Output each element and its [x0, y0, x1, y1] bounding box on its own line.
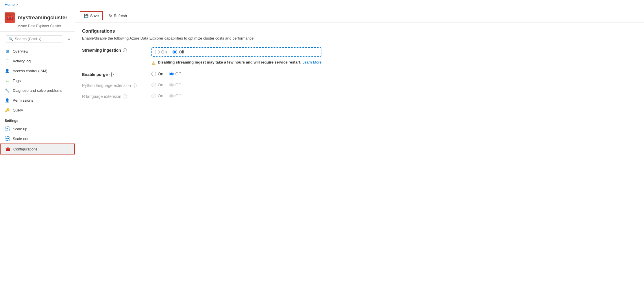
search-box[interactable]: 🔍 [6, 35, 62, 42]
permissions-icon: 👤 [5, 98, 10, 103]
configurations-icon: 🧰 [5, 146, 10, 152]
r-language-row: R language extension i On Off [82, 94, 637, 99]
query-icon: 🔑 [5, 107, 10, 113]
r-language-info-icon[interactable]: i [123, 94, 127, 98]
python-language-controls: On Off [151, 83, 181, 87]
sidebar: 🧰 mystreamingcluster Azure Data Explorer… [0, 9, 75, 280]
refresh-button[interactable]: ↻ Refresh [105, 12, 131, 20]
r-language-off-option: Off [169, 94, 181, 98]
content-area: Configurations Enable/disable the follow… [75, 23, 644, 110]
search-row: 🔍 « [0, 32, 75, 46]
search-input[interactable] [15, 37, 60, 41]
sidebar-label-activity-log: Activity log [13, 59, 31, 63]
enable-purge-on-option[interactable]: On [151, 72, 163, 76]
learn-more-link[interactable]: Learn More [302, 60, 321, 64]
sidebar-header: 🧰 mystreamingcluster Azure Data Explorer… [0, 9, 75, 32]
settings-section-label: Settings [0, 115, 75, 124]
iam-icon: 👤 [5, 68, 10, 73]
enable-purge-row: Enable purge i On Off [82, 72, 637, 77]
sidebar-item-query[interactable]: 🔑 Query [0, 105, 75, 115]
breadcrumb-separator: > [16, 2, 18, 7]
sidebar-item-activity-log[interactable]: ☰ Activity log [0, 56, 75, 66]
tags-icon: 🏷 [5, 78, 10, 83]
sidebar-label-permissions: Permissions [13, 98, 33, 103]
python-language-info-icon[interactable]: i [133, 83, 137, 87]
python-language-off-radio [169, 83, 174, 87]
python-language-on-label: On [158, 83, 163, 87]
python-language-on-radio [151, 83, 156, 87]
r-language-off-radio [169, 94, 174, 98]
section-title: Configurations [82, 29, 637, 34]
enable-purge-on-radio[interactable] [151, 72, 156, 76]
streaming-ingestion-off-label: Off [179, 50, 184, 54]
r-language-radio-group: On Off [151, 94, 181, 98]
streaming-ingestion-label: Streaming ingestion i [82, 47, 151, 53]
sidebar-label-access-control: Access control (IAM) [13, 69, 47, 73]
enable-purge-on-label: On [158, 72, 163, 76]
save-label: Save [90, 14, 99, 18]
cluster-icon: 🧰 [5, 12, 15, 23]
streaming-ingestion-info-icon[interactable]: i [123, 48, 127, 52]
save-icon: 💾 [84, 14, 88, 18]
scale-up-icon [5, 126, 10, 131]
refresh-icon: ↻ [109, 14, 112, 18]
streaming-ingestion-on-radio[interactable] [155, 50, 160, 54]
enable-purge-radio-group: On Off [151, 72, 181, 76]
python-language-off-label: Off [175, 83, 181, 87]
r-language-label: R language extension i [82, 94, 151, 99]
python-language-on-option: On [151, 83, 163, 87]
save-button[interactable]: 💾 Save [80, 11, 103, 20]
sidebar-item-tags[interactable]: 🏷 Tags [0, 76, 75, 85]
streaming-ingestion-on-option[interactable]: On [155, 50, 167, 54]
sidebar-item-diagnose[interactable]: 🔧 Diagnose and solve problems [0, 85, 75, 95]
main-content: 💾 Save ↻ Refresh Configurations Enable/d… [75, 9, 644, 280]
python-language-radio-group: On Off [151, 83, 181, 87]
sidebar-item-scale-out[interactable]: Scale out [0, 134, 75, 144]
activity-log-icon: ☰ [5, 58, 10, 64]
sidebar-label-overview: Overview [13, 49, 28, 53]
r-language-controls: On Off [151, 94, 181, 98]
sidebar-label-tags: Tags [13, 79, 21, 83]
sidebar-item-overview[interactable]: ⊞ Overview [0, 46, 75, 56]
refresh-label: Refresh [114, 14, 127, 18]
enable-purge-off-radio[interactable] [169, 72, 174, 76]
search-icon: 🔍 [8, 37, 13, 41]
enable-purge-info-icon[interactable]: i [110, 72, 114, 77]
collapse-button[interactable]: « [66, 36, 73, 42]
sidebar-label-diagnose: Diagnose and solve problems [13, 88, 62, 93]
sidebar-label-scale-up: Scale up [13, 127, 27, 131]
sidebar-label-configurations: Configurations [13, 147, 38, 151]
enable-purge-off-label: Off [175, 72, 181, 76]
streaming-ingestion-off-radio[interactable] [173, 50, 177, 54]
streaming-ingestion-radio-group: On Off [151, 47, 321, 57]
breadcrumb: Home > [0, 0, 644, 9]
sidebar-item-access-control[interactable]: 👤 Access control (IAM) [0, 66, 75, 76]
enable-purge-label: Enable purge i [82, 72, 151, 77]
overview-icon: ⊞ [5, 49, 10, 54]
breadcrumb-home[interactable]: Home [5, 2, 15, 7]
svg-rect-0 [5, 127, 9, 131]
r-language-on-label: On [158, 94, 163, 98]
python-language-row: Python language extension i On Off [82, 83, 637, 88]
warning-text: Disabling streaming ingest may take a fe… [158, 60, 321, 64]
diagnose-icon: 🔧 [5, 88, 10, 93]
sidebar-item-permissions[interactable]: 👤 Permissions [0, 95, 75, 105]
enable-purge-off-option[interactable]: Off [169, 72, 181, 76]
streaming-ingestion-row: Streaming ingestion i On Off [82, 47, 637, 66]
sidebar-label-scale-out: Scale out [13, 137, 28, 141]
sidebar-label-query: Query [13, 108, 23, 112]
r-language-on-option: On [151, 94, 163, 98]
streaming-ingestion-controls: On Off ⚠ Disabling streaming ingest may … [151, 47, 321, 66]
python-language-off-option: Off [169, 83, 181, 87]
python-language-label: Python language extension i [82, 83, 151, 88]
cluster-subtitle: Azure Data Explorer Cluster [18, 24, 70, 28]
sidebar-item-configurations[interactable]: 🧰 Configurations [0, 144, 75, 154]
streaming-ingestion-off-option[interactable]: Off [173, 50, 184, 54]
streaming-ingestion-warning: ⚠ Disabling streaming ingest may take a … [151, 60, 321, 66]
streaming-ingestion-on-label: On [161, 50, 167, 54]
enable-purge-controls: On Off [151, 72, 181, 76]
toolbar: 💾 Save ↻ Refresh [75, 9, 644, 23]
scale-out-icon [5, 136, 10, 141]
section-desc: Enable/disable the following Azure Data … [82, 36, 637, 40]
sidebar-item-scale-up[interactable]: Scale up [0, 124, 75, 134]
